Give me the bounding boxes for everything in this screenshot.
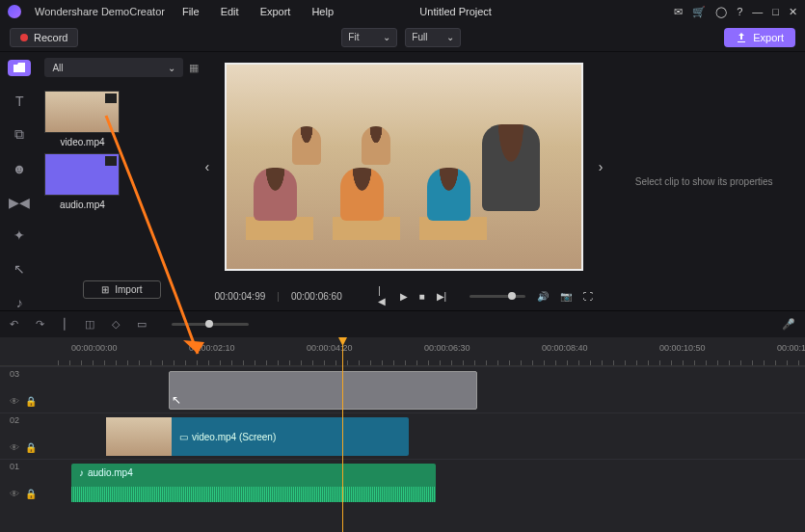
app-logo: [8, 5, 21, 18]
tool-sticker[interactable]: ☻: [8, 160, 31, 176]
library-filter[interactable]: All ⌄: [44, 58, 183, 77]
music-note-icon: ♪: [79, 467, 84, 478]
tool-cursor[interactable]: ↖: [8, 261, 31, 278]
timeline-toolbar: ↶ ↷ ⎮ ◫ ◇ ▭ 🎤: [0, 310, 805, 337]
chevron-down-icon: ⌄: [168, 63, 175, 73]
split-icon[interactable]: ⎮: [62, 318, 67, 331]
camera-icon: [105, 156, 117, 166]
next-button[interactable]: ▶|: [437, 291, 447, 302]
inspector-empty-text: Select clip to show its properties: [635, 176, 773, 187]
titlebar: Wondershare DemoCreator File Edit Export…: [0, 0, 805, 23]
track-label: 03: [10, 369, 19, 379]
project-title: Untitled Project: [251, 6, 660, 17]
app-name: Wondershare DemoCreator: [35, 6, 165, 17]
user-icon[interactable]: ◯: [715, 6, 727, 18]
play-button[interactable]: ▶: [400, 291, 408, 302]
clip-name: audio.mp4: [44, 200, 120, 210]
video-preview[interactable]: [225, 63, 583, 271]
stop-button[interactable]: ■: [419, 291, 425, 302]
volume-slider[interactable]: [470, 295, 525, 298]
fullscreen-icon[interactable]: ⛶: [583, 291, 593, 302]
timeline-clip-empty[interactable]: [169, 371, 477, 410]
library-clip-video[interactable]: video.mp4: [44, 91, 120, 147]
lock-icon[interactable]: 🔒: [25, 489, 37, 499]
track-1[interactable]: 01 👁🔒 ♪audio.mp4: [0, 459, 805, 505]
track-3[interactable]: 03 👁🔒: [0, 366, 805, 412]
grid-view-icon[interactable]: ▦: [189, 62, 199, 74]
mic-icon[interactable]: 🎤: [782, 318, 795, 331]
tool-transition[interactable]: ▶◀: [8, 194, 31, 210]
export-label: Export: [753, 32, 784, 43]
record-button[interactable]: Record: [10, 28, 78, 47]
tool-effects[interactable]: ✦: [8, 227, 31, 244]
prev-frame-nav[interactable]: ‹: [204, 159, 209, 174]
clip-thumbnail: [106, 417, 172, 456]
import-label: Import: [115, 284, 142, 295]
lock-icon[interactable]: 🔒: [25, 442, 37, 453]
redo-icon[interactable]: ↷: [36, 318, 44, 331]
properties-panel: Select clip to show its properties: [603, 52, 805, 310]
side-toolbar: T ⧉ ☻ ▶◀ ✦ ↖ ♪: [0, 52, 39, 310]
clip-thumbnail: [44, 153, 120, 196]
mail-icon[interactable]: ✉: [674, 6, 683, 18]
record-label: Record: [34, 32, 67, 43]
cart-icon[interactable]: 🛒: [692, 6, 706, 18]
undo-icon[interactable]: ↶: [10, 318, 18, 331]
clip-thumbnail: [44, 91, 120, 133]
screen-icon: ▭: [179, 432, 188, 442]
clip-label: audio.mp4: [88, 467, 133, 478]
tool-stream[interactable]: ⧉: [8, 126, 31, 143]
eye-icon[interactable]: 👁: [10, 489, 19, 499]
chevron-down-icon: ⌄: [446, 32, 454, 42]
marker-icon[interactable]: ◇: [112, 318, 120, 331]
current-time: 00:00:04:99: [214, 291, 265, 302]
tool-media[interactable]: [8, 60, 31, 76]
next-frame-nav[interactable]: ›: [599, 159, 604, 174]
delete-icon[interactable]: ▭: [137, 318, 147, 331]
maximize-icon[interactable]: □: [772, 6, 779, 17]
snapshot-icon[interactable]: 📷: [560, 291, 572, 302]
eye-icon[interactable]: 👁: [10, 396, 19, 407]
timeline-clip-audio[interactable]: ♪audio.mp4: [71, 464, 436, 502]
camera-icon: [105, 93, 117, 103]
help-icon[interactable]: ?: [737, 6, 742, 17]
clip-name: video.mp4: [44, 137, 120, 147]
crop-icon[interactable]: ◫: [85, 318, 94, 331]
playhead[interactable]: [342, 337, 343, 532]
window-controls: ✉ 🛒 ◯ ? — □ ✕: [674, 6, 797, 18]
import-button[interactable]: ⊞ Import: [83, 280, 160, 299]
playback-controls: 00:00:04:99 | 00:00:06:60 |◀ ▶ ■ ▶| 🔊 📷 …: [204, 281, 603, 310]
clip-label: video.mp4 (Screen): [192, 432, 276, 442]
track-2[interactable]: 02 👁🔒 ▭video.mp4 (Screen): [0, 412, 805, 459]
tool-text[interactable]: T: [8, 93, 31, 110]
main-area: T ⧉ ☻ ▶◀ ✦ ↖ ♪ All ⌄ ▦ video.mp4 audio.m…: [0, 52, 805, 310]
timeline-ruler[interactable]: 00:00:00:0000:00:02:1000:00:04:2000:00:0…: [0, 337, 805, 366]
zoom-slider[interactable]: [172, 323, 249, 326]
preview-panel: ‹ › 00:00:04:99 | 00:00:06:60 |◀ ▶ ■ ▶| …: [204, 52, 603, 310]
track-label: 01: [10, 462, 19, 471]
full-select[interactable]: Full ⌄: [405, 28, 461, 47]
minimize-icon[interactable]: —: [752, 6, 763, 17]
close-icon[interactable]: ✕: [789, 6, 797, 18]
prev-button[interactable]: |◀: [378, 285, 388, 306]
fit-select[interactable]: Fit ⌄: [341, 28, 397, 47]
volume-icon[interactable]: 🔊: [537, 291, 549, 302]
total-time: 00:00:06:60: [291, 291, 342, 302]
menu-file[interactable]: File: [182, 6, 200, 17]
library-clip-audio[interactable]: audio.mp4: [44, 153, 120, 210]
full-label: Full: [412, 32, 427, 42]
top-toolbar: Record Fit ⌄ Full ⌄ Export: [0, 23, 805, 52]
menu-edit[interactable]: Edit: [221, 6, 239, 17]
library-clips: video.mp4 audio.mp4: [44, 91, 199, 210]
timeline[interactable]: 00:00:00:0000:00:02:1000:00:04:2000:00:0…: [0, 337, 805, 532]
video-preview-area: ‹ ›: [204, 52, 603, 281]
lock-icon[interactable]: 🔒: [25, 396, 37, 407]
eye-icon[interactable]: 👁: [10, 442, 19, 453]
chevron-down-icon: ⌄: [383, 32, 390, 42]
fit-label: Fit: [348, 32, 359, 42]
tool-audio[interactable]: ♪: [8, 294, 31, 310]
folder-plus-icon: ⊞: [101, 284, 109, 295]
export-button[interactable]: Export: [724, 28, 795, 47]
timeline-clip-video[interactable]: ▭video.mp4 (Screen): [106, 417, 409, 456]
timeline-tracks: 03 👁🔒 02 👁🔒 ▭video.mp4 (Screen) 01 👁🔒 ♪a…: [0, 366, 805, 505]
